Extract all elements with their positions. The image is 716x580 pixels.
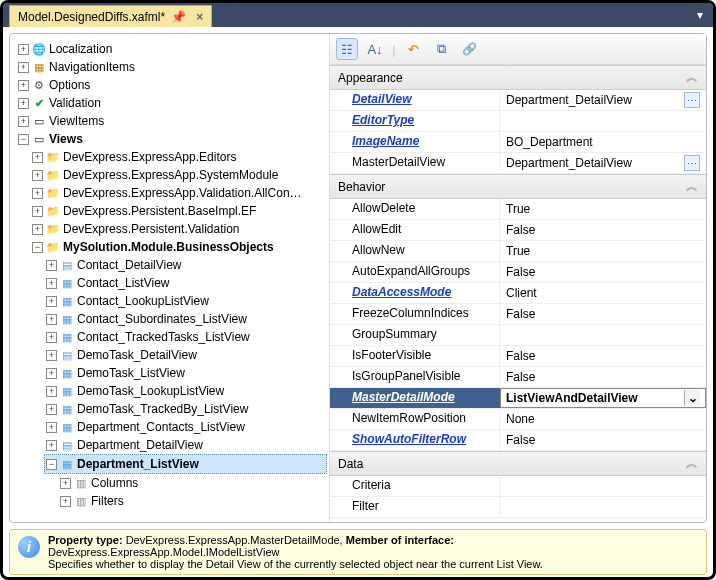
property-row[interactable]: Criteria xyxy=(330,476,706,497)
tree-node[interactable]: +📁DevExpress.Persistent.Validation xyxy=(30,220,327,238)
expand-toggle[interactable]: + xyxy=(32,224,43,235)
property-row[interactable]: FreezeColumnIndicesFalse xyxy=(330,304,706,325)
property-row[interactable]: Filter xyxy=(330,497,706,518)
property-row[interactable]: AllowDeleteTrue xyxy=(330,199,706,220)
tree-node[interactable]: −▦Department_ListView xyxy=(44,454,327,474)
expand-toggle[interactable]: + xyxy=(46,278,57,289)
property-row[interactable]: ShowAutoFilterRowFalse xyxy=(330,430,706,451)
property-row[interactable]: MasterDetailViewDepartment_DetailView⋯ xyxy=(330,153,706,174)
expand-toggle[interactable]: + xyxy=(46,332,57,343)
tree-node[interactable]: +▥Columns xyxy=(58,474,327,492)
property-value[interactable]: False xyxy=(500,304,706,324)
tree-node[interactable]: +▥Filters xyxy=(58,492,327,510)
expand-toggle[interactable]: + xyxy=(46,422,57,433)
active-tab[interactable]: Model.DesignedDiffs.xafml* 📌 × xyxy=(9,5,212,27)
expand-toggle[interactable]: + xyxy=(46,368,57,379)
ellipsis-button[interactable]: ⋯ xyxy=(684,92,700,108)
property-row[interactable]: IsGroupPanelVisibleFalse xyxy=(330,367,706,388)
property-row[interactable]: IsFooterVisibleFalse xyxy=(330,346,706,367)
collapse-icon[interactable]: ︽ xyxy=(686,69,698,86)
expand-toggle[interactable]: + xyxy=(32,170,43,181)
tree-node[interactable]: +🌐Localization xyxy=(16,40,327,58)
pin-icon[interactable]: 📌 xyxy=(171,10,186,24)
tree-node[interactable]: +▦Department_Contacts_ListView xyxy=(44,418,327,436)
expand-toggle[interactable]: + xyxy=(18,98,29,109)
expand-toggle[interactable]: − xyxy=(32,242,43,253)
tree-node[interactable]: +📁DevExpress.ExpressApp.Validation.AllCo… xyxy=(30,184,327,202)
tree-node[interactable]: +⚙Options xyxy=(16,76,327,94)
expand-toggle[interactable]: + xyxy=(60,496,71,507)
tree-node[interactable]: +▦Contact_ListView xyxy=(44,274,327,292)
property-value[interactable]: False xyxy=(500,430,706,450)
property-row[interactable]: AllowEditFalse xyxy=(330,220,706,241)
category-data[interactable]: Data ︽ xyxy=(330,451,706,476)
expand-toggle[interactable]: − xyxy=(46,459,57,470)
tree-node[interactable]: +▤Department_DetailView xyxy=(44,436,327,454)
property-row[interactable]: NewItemRowPositionNone xyxy=(330,409,706,430)
property-row[interactable]: ImageNameBO_Department xyxy=(330,132,706,153)
tree-node[interactable]: −▭Views xyxy=(16,130,327,148)
category-appearance[interactable]: Appearance ︽ xyxy=(330,65,706,90)
tabbar-menu-button[interactable]: ▾ xyxy=(687,8,713,22)
expand-toggle[interactable]: + xyxy=(46,350,57,361)
property-grid[interactable]: Appearance ︽ DetailViewDepartment_Detail… xyxy=(330,65,706,522)
tree-node[interactable]: +▦DemoTask_LookupListView xyxy=(44,382,327,400)
expand-toggle[interactable]: + xyxy=(32,188,43,199)
property-value[interactable]: ListViewAndDetailView⌄ xyxy=(500,388,706,408)
expand-toggle[interactable]: + xyxy=(46,404,57,415)
collapse-icon[interactable]: ︽ xyxy=(686,455,698,472)
property-row[interactable]: AutoExpandAllGroupsFalse xyxy=(330,262,706,283)
tree-node[interactable]: +▦DemoTask_TrackedBy_ListView xyxy=(44,400,327,418)
expand-toggle[interactable]: + xyxy=(32,152,43,163)
property-value[interactable]: False xyxy=(500,346,706,366)
sort-az-button[interactable]: A↓ xyxy=(364,38,386,60)
expand-toggle[interactable]: + xyxy=(32,206,43,217)
property-value[interactable]: BO_Department xyxy=(500,132,706,152)
tree-node[interactable]: +📁DevExpress.Persistent.BaseImpl.EF xyxy=(30,202,327,220)
model-tree[interactable]: +🌐Localization+▦NavigationItems+⚙Options… xyxy=(10,34,330,522)
property-row[interactable]: MasterDetailModeListViewAndDetailView⌄ xyxy=(330,388,706,409)
expand-toggle[interactable]: + xyxy=(46,296,57,307)
tree-node[interactable]: +▦NavigationItems xyxy=(16,58,327,76)
tree-node[interactable]: +▤Contact_DetailView xyxy=(44,256,327,274)
tree-node[interactable]: +▦Contact_LookupListView xyxy=(44,292,327,310)
expand-toggle[interactable]: + xyxy=(18,62,29,73)
tree-node[interactable]: −📁MySolution.Module.BusinessObjects xyxy=(30,238,327,256)
expand-toggle[interactable]: + xyxy=(46,260,57,271)
copy-button[interactable]: ⧉ xyxy=(430,38,452,60)
expand-toggle[interactable]: + xyxy=(46,386,57,397)
property-value[interactable] xyxy=(500,325,706,345)
tree-node[interactable]: +▦DemoTask_ListView xyxy=(44,364,327,382)
tree-node[interactable]: +▦Contact_Subordinates_ListView xyxy=(44,310,327,328)
categorize-button[interactable]: ☷ xyxy=(336,38,358,60)
property-row[interactable]: DetailViewDepartment_DetailView⋯ xyxy=(330,90,706,111)
link-button[interactable]: 🔗 xyxy=(458,38,480,60)
tree-node[interactable]: +📁DevExpress.ExpressApp.Editors xyxy=(30,148,327,166)
expand-toggle[interactable]: + xyxy=(46,314,57,325)
property-value[interactable]: False xyxy=(500,262,706,282)
tree-node[interactable]: +📁DevExpress.ExpressApp.SystemModule xyxy=(30,166,327,184)
property-row[interactable]: AllowNewTrue xyxy=(330,241,706,262)
property-value[interactable]: True xyxy=(500,241,706,261)
property-value[interactable]: False xyxy=(500,367,706,387)
property-value[interactable] xyxy=(500,111,706,131)
ellipsis-button[interactable]: ⋯ xyxy=(684,155,700,171)
category-behavior[interactable]: Behavior ︽ xyxy=(330,174,706,199)
close-icon[interactable]: × xyxy=(196,10,203,24)
property-value[interactable]: False xyxy=(500,220,706,240)
undo-button[interactable]: ↶ xyxy=(402,38,424,60)
property-value[interactable]: True xyxy=(500,199,706,219)
expand-toggle[interactable]: + xyxy=(46,440,57,451)
property-value[interactable]: Client xyxy=(500,283,706,303)
property-value[interactable] xyxy=(500,476,706,496)
tree-node[interactable]: +▭ViewItems xyxy=(16,112,327,130)
tree-node[interactable]: +▦Contact_TrackedTasks_ListView xyxy=(44,328,327,346)
property-value[interactable]: None xyxy=(500,409,706,429)
tree-node[interactable]: +✔Validation xyxy=(16,94,327,112)
expand-toggle[interactable]: + xyxy=(18,80,29,91)
dropdown-button[interactable]: ⌄ xyxy=(684,390,700,406)
property-value[interactable]: Department_DetailView⋯ xyxy=(500,90,706,110)
property-row[interactable]: DataAccessModeClient xyxy=(330,283,706,304)
expand-toggle[interactable]: − xyxy=(18,134,29,145)
property-value[interactable]: Department_DetailView⋯ xyxy=(500,153,706,173)
